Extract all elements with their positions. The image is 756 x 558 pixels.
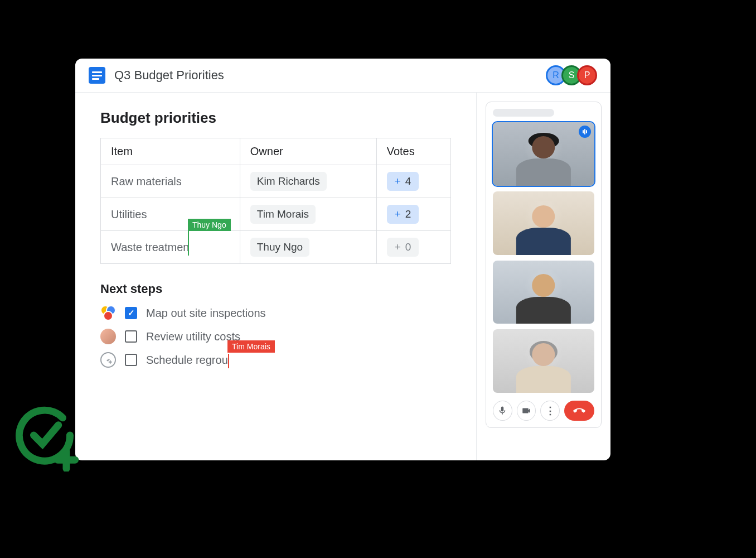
hangup-icon [573,405,585,417]
table-header-row: Item Owner Votes [101,138,451,165]
meeting-card: ⋮ [486,102,602,428]
cell-owner[interactable]: Thuy Ngo [240,231,376,264]
step-text[interactable]: Schedule regrou Tim Morais [146,354,228,367]
cell-votes[interactable]: +0 [376,231,450,264]
owner-chip[interactable]: Tim Morais [250,205,316,224]
checkbox[interactable] [125,354,137,366]
owner-chip[interactable]: Thuy Ngo [250,238,309,257]
collaborator-avatars: R S P [546,65,597,85]
section-heading: Budget priorities [100,109,451,127]
meeting-title-placeholder [493,109,554,117]
plus-icon: + [395,175,401,187]
collab-cursor-line [188,231,189,256]
cell-item[interactable]: Raw materials [101,165,240,198]
document-title[interactable]: Q3 Budget Priorities [114,68,224,83]
step-text[interactable]: Review utility costs [146,330,240,343]
docs-icon[interactable] [89,67,105,84]
mic-icon [497,406,507,416]
meeting-controls: ⋮ [493,401,594,421]
video-tile[interactable] [493,261,594,324]
speaking-indicator-icon [579,126,591,138]
plus-icon: + [395,241,401,253]
camera-button[interactable] [517,401,536,421]
avatar-p[interactable]: P [577,65,597,85]
step-row: Review utility costs [100,329,451,344]
assignee-avatar[interactable] [100,329,116,344]
plus-icon: + [395,208,401,220]
document-area[interactable]: Budget priorities Item Owner Votes Raw m… [75,93,477,460]
camera-icon [521,406,531,416]
checkbox[interactable] [125,330,137,343]
cell-owner[interactable]: Tim Morais [240,198,376,231]
more-icon: ⋮ [545,405,555,417]
step-row: Map out site inspections [100,305,451,321]
vote-chip[interactable]: +4 [387,172,419,191]
table-row: Utilities Tim Morais +2 [101,198,451,231]
cell-owner[interactable]: Kim Richards [240,165,376,198]
step-row: Schedule regrou Tim Morais [100,352,451,368]
col-owner: Owner [240,138,376,165]
collab-cursor-flag: Tim Morais [227,340,275,353]
task-complete-badge-icon [8,399,81,472]
budget-table: Item Owner Votes Raw materials Kim Richa… [100,138,451,264]
hangup-button[interactable] [564,401,594,421]
table-row: Raw materials Kim Richards +4 [101,165,451,198]
cell-item[interactable]: Waste treatmen Thuy Ngo [101,231,240,264]
cell-votes[interactable]: +2 [376,198,450,231]
col-item: Item [101,138,240,165]
vote-chip[interactable]: +2 [387,205,419,224]
assignee-avatar-multi[interactable] [100,305,116,321]
col-votes: Votes [376,138,450,165]
table-row: Waste treatmen Thuy Ngo Thuy Ngo +0 [101,231,451,264]
collab-cursor-line [228,354,229,368]
app-window: Q3 Budget Priorities R S P Budget priori… [75,59,610,460]
video-tile[interactable] [493,191,594,255]
owner-chip[interactable]: Kim Richards [250,172,327,191]
vote-chip[interactable]: +0 [387,238,419,257]
video-tile[interactable] [493,329,594,393]
more-options-button[interactable]: ⋮ [540,401,560,421]
cell-votes[interactable]: +4 [376,165,450,198]
header-bar: Q3 Budget Priorities R S P [75,59,610,93]
collab-cursor-flag: Thuy Ngo [188,219,231,231]
meeting-panel: ⋮ [477,93,610,460]
next-steps-heading: Next steps [100,282,451,296]
checkbox[interactable] [125,307,137,319]
video-tile[interactable] [493,122,594,186]
step-text[interactable]: Map out site inspections [146,307,266,320]
add-assignee-icon[interactable] [100,352,116,368]
mic-button[interactable] [493,401,512,421]
